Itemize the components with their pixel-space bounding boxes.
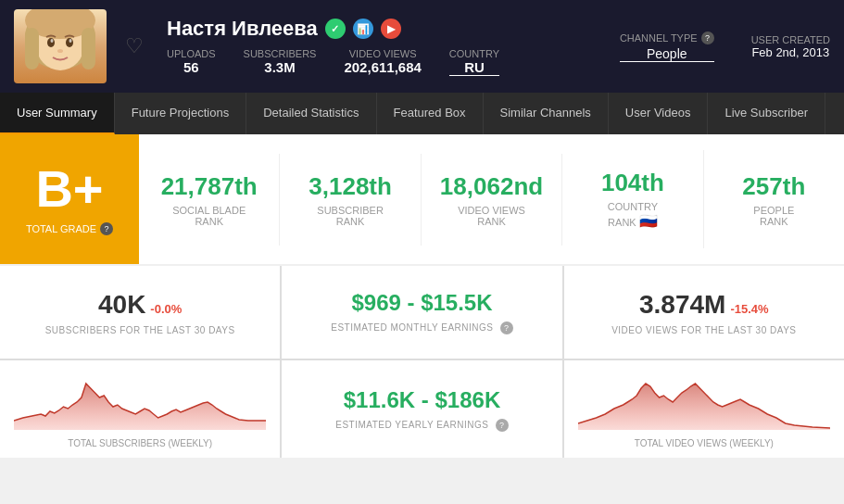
nav-bar: User Summary Future Projections Detailed… — [0, 93, 844, 134]
monthly-earnings-card: $969 - $15.5K ESTIMATED MONTHLY EARNINGS… — [282, 266, 561, 359]
ranks-section: 21,787th SOCIAL BLADERANK 3,128th SUBSCR… — [139, 134, 844, 264]
verified-icon[interactable]: ✓ — [325, 19, 346, 39]
channel-type-section: CHANNEL TYPE ? People — [620, 32, 714, 62]
nav-future-projections[interactable]: Future Projections — [115, 93, 247, 134]
rank-video-views-number: 18,062nd — [431, 172, 552, 201]
nav-user-videos[interactable]: User Videos — [609, 93, 709, 134]
chart-icon[interactable]: 📊 — [353, 19, 373, 39]
subscribers-stat: SUBSCRIBERS 3.3M — [244, 48, 317, 76]
rank-video-views: 18,062nd VIDEO VIEWSRANK — [422, 154, 562, 246]
avatar — [14, 9, 107, 83]
subscribers-chart — [14, 370, 266, 430]
yearly-earnings-card: $11.6K - $186K ESTIMATED YEARLY EARNINGS… — [282, 360, 561, 458]
video-views-30d-number-row: 3.874M -15.4% — [639, 290, 769, 320]
grade-help-icon[interactable]: ? — [100, 222, 113, 235]
yearly-earnings-label: ESTIMATED YEARLY EARNINGS ? — [335, 419, 508, 432]
header-section: ♡ Настя Ивлеева ✓ 📊 ▶ UPLOADS 56 SUBSCRI… — [0, 0, 844, 93]
video-views-chart-label: TOTAL VIDEO VIEWS (WEEKLY) — [578, 438, 830, 448]
yearly-earnings-help-icon[interactable]: ? — [496, 419, 509, 432]
nav-similar-channels[interactable]: Similar Channels — [484, 93, 609, 134]
rank-country-number: 104th — [572, 169, 693, 197]
country-value[interactable]: RU — [449, 59, 499, 76]
channel-type-label: CHANNEL TYPE — [620, 32, 698, 44]
subscribers-chart-label: TOTAL SUBSCRIBERS (WEEKLY) — [14, 438, 266, 448]
video-views-chart-card: TOTAL VIDEO VIEWS (WEEKLY) — [564, 360, 844, 458]
svg-point-9 — [57, 49, 63, 53]
nav-user-summary[interactable]: User Summary — [0, 93, 115, 134]
subscribers-value: 3.3M — [244, 59, 317, 75]
rank-social-blade-label: SOCIAL BLADERANK — [148, 205, 270, 227]
main-content: B+ TOTAL GRADE ? 21,787th SOCIAL BLADERA… — [0, 134, 844, 458]
rank-people-number: 257th — [713, 172, 835, 201]
avatar-image — [14, 9, 107, 83]
nav-featured-box[interactable]: Featured Box — [377, 93, 484, 134]
video-views-30d-card: 3.874M -15.4% VIDEO VIEWS FOR THE LAST 3… — [564, 266, 844, 359]
channel-name-row: Настя Ивлеева ✓ 📊 ▶ — [167, 17, 601, 41]
heart-section: ♡ — [125, 34, 144, 58]
rank-subscriber: 3,128th SUBSCRIBERRANK — [280, 154, 421, 246]
subscribers-label: SUBSCRIBERS — [244, 48, 317, 59]
video-views-value: 202,611,684 — [344, 59, 421, 75]
subscribers-30d-card: 40K -0.0% SUBSCRIBERS FOR THE LAST 30 DA… — [0, 266, 280, 359]
video-views-30d-value: 3.874M — [639, 290, 725, 320]
svg-point-8 — [69, 39, 72, 43]
user-created-section: USER CREATED Feb 2nd, 2013 — [751, 34, 830, 59]
uploads-label: UPLOADS — [167, 48, 216, 59]
subscribers-30d-number-row: 40K -0.0% — [98, 290, 182, 320]
nav-live-subscriber[interactable]: Live Subscriber — [708, 93, 825, 134]
uploads-value: 56 — [167, 59, 216, 75]
subscribers-chart-card: TOTAL SUBSCRIBERS (WEEKLY) — [0, 360, 280, 458]
yearly-earnings-value: $11.6K - $186K — [344, 387, 500, 413]
heart-icon[interactable]: ♡ — [125, 34, 144, 58]
subscribers-30d-pct: -0.0% — [150, 302, 182, 316]
grade-ranks-section: B+ TOTAL GRADE ? 21,787th SOCIAL BLADERA… — [0, 134, 844, 264]
rank-people: 257th PEOPLERANK — [704, 154, 844, 246]
rank-country: 104th COUNTRYRANK 🇷🇺 — [562, 150, 703, 248]
user-created-value: Feb 2nd, 2013 — [751, 45, 830, 59]
uploads-stat: UPLOADS 56 — [167, 48, 216, 76]
monthly-earnings-help-icon[interactable]: ? — [500, 321, 513, 334]
channel-name-text: Настя Ивлеева — [167, 17, 318, 41]
channel-type-value[interactable]: People — [620, 46, 714, 62]
subscribers-30d-label: SUBSCRIBERS FOR THE LAST 30 DAYS — [45, 325, 235, 335]
video-views-30d-label: VIDEO VIEWS FOR THE LAST 30 DAYS — [611, 325, 796, 335]
video-views-30d-pct: -15.4% — [730, 302, 768, 316]
rank-country-label: COUNTRYRANK 🇷🇺 — [572, 201, 693, 230]
svg-rect-4 — [82, 28, 95, 69]
grade-letter: B+ — [35, 163, 103, 215]
svg-point-7 — [51, 39, 54, 43]
subscribers-30d-value: 40K — [98, 290, 145, 320]
video-views-label: VIDEO VIEWS — [344, 48, 421, 59]
rank-social-blade: 21,787th SOCIAL BLADERANK — [139, 154, 280, 246]
svg-point-5 — [47, 38, 55, 47]
video-views-stat: VIDEO VIEWS 202,611,684 — [344, 48, 421, 76]
video-icon[interactable]: ▶ — [381, 19, 401, 39]
country-flag: 🇷🇺 — [639, 213, 658, 229]
monthly-earnings-label: ESTIMATED MONTHLY EARNINGS ? — [331, 321, 513, 334]
user-created-label: USER CREATED — [751, 34, 830, 45]
rank-subscriber-number: 3,128th — [289, 172, 410, 201]
channel-type-help-icon[interactable]: ? — [701, 32, 714, 44]
rank-people-label: PEOPLERANK — [713, 205, 835, 227]
grade-label: TOTAL GRADE ? — [26, 222, 113, 235]
video-views-chart — [578, 370, 830, 430]
stats-grid: 40K -0.0% SUBSCRIBERS FOR THE LAST 30 DA… — [0, 266, 844, 458]
header-stats-row: UPLOADS 56 SUBSCRIBERS 3.3M VIDEO VIEWS … — [167, 48, 601, 76]
country-label: COUNTRY — [449, 48, 499, 59]
nav-detailed-statistics[interactable]: Detailed Statistics — [246, 93, 376, 134]
rank-social-blade-number: 21,787th — [148, 172, 270, 201]
channel-info: Настя Ивлеева ✓ 📊 ▶ UPLOADS 56 SUBSCRIBE… — [167, 17, 601, 76]
svg-rect-3 — [25, 28, 39, 69]
rank-video-views-label: VIDEO VIEWSRANK — [431, 205, 552, 227]
country-stat: COUNTRY RU — [449, 48, 499, 76]
grade-box: B+ TOTAL GRADE ? — [0, 134, 139, 264]
monthly-earnings-value: $969 - $15.5K — [351, 290, 492, 316]
svg-point-6 — [66, 38, 73, 47]
rank-subscriber-label: SUBSCRIBERRANK — [289, 205, 410, 227]
